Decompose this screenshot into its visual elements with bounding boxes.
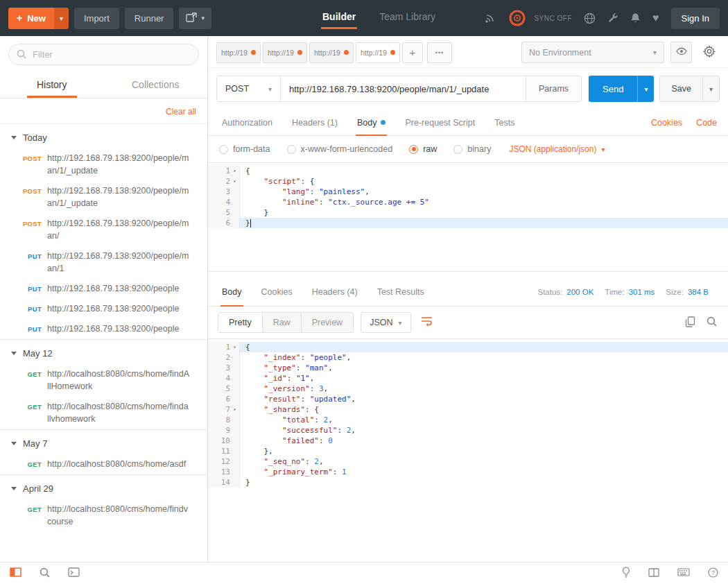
wrap-lines-button[interactable] — [418, 314, 435, 332]
find-button[interactable] — [40, 567, 50, 580]
tab-headers-1[interactable]: Headers (1) — [282, 110, 347, 135]
line-number[interactable]: 2▾ — [208, 176, 240, 187]
code-text[interactable]: } — [240, 477, 728, 488]
wrench-icon[interactable] — [607, 12, 618, 24]
help-button[interactable]: ? — [708, 567, 718, 580]
tab-pre-request-script[interactable]: Pre-request Script — [395, 110, 485, 135]
body-type-raw[interactable]: raw — [409, 144, 437, 154]
import-button[interactable]: Import — [74, 8, 119, 29]
line-number[interactable]: 3 — [208, 187, 240, 197]
send-button[interactable]: Send — [589, 76, 637, 102]
request-body-editor[interactable]: 1▾{2▾ "script": {3 "lang": "painless",4 … — [208, 162, 728, 272]
line-number[interactable]: 13 — [208, 467, 240, 477]
cookies-link[interactable]: Cookies — [651, 118, 682, 128]
method-select[interactable]: POST ▾ — [217, 76, 281, 101]
history-item[interactable]: PUThttp://192.168.79.138:9200/people/man… — [0, 246, 207, 279]
console-button[interactable] — [68, 567, 80, 579]
code-text[interactable]: "inline": "ctx._source.age += 5" — [240, 197, 728, 207]
settings-button[interactable] — [698, 42, 720, 63]
code-text[interactable]: "failed": 0 — [240, 436, 728, 446]
history-item[interactable]: PUThttp://192.168.79.138:9200/people — [0, 279, 207, 299]
sync-satellite-icon[interactable] — [485, 13, 496, 24]
line-number[interactable]: 6 — [208, 394, 240, 404]
line-number[interactable]: 4 — [208, 197, 240, 207]
sign-in-button[interactable]: Sign In — [671, 8, 720, 29]
line-number[interactable]: 10 — [208, 436, 240, 446]
nav-tab-team-library[interactable]: Team Library — [378, 7, 437, 29]
line-number[interactable]: 7▾ — [208, 404, 240, 415]
globe-icon[interactable] — [584, 12, 596, 24]
fold-icon[interactable]: ▾ — [230, 166, 239, 176]
request-tab[interactable]: http://19 — [356, 42, 400, 63]
heart-icon[interactable]: ♥ — [652, 12, 659, 24]
more-tabs-button[interactable]: ••• — [427, 42, 452, 63]
body-type-form-data[interactable]: form-data — [219, 144, 270, 154]
code-text[interactable]: "total": 2, — [240, 415, 728, 425]
body-type-x-www-form-urlencoded[interactable]: x-www-form-urlencoded — [287, 144, 393, 154]
two-pane-view-button[interactable] — [648, 568, 659, 579]
environment-select[interactable]: No Environment ▾ — [521, 42, 664, 63]
code-text[interactable]: "result": "updated", — [240, 394, 728, 404]
line-number[interactable]: 5 — [208, 384, 240, 394]
send-dropdown-button[interactable]: ▾ — [637, 76, 654, 102]
view-raw[interactable]: Raw — [263, 313, 302, 332]
code-text[interactable]: "_shards": { — [240, 404, 728, 415]
line-number[interactable]: 2 — [208, 352, 240, 363]
code-text[interactable]: "_id": "1", — [240, 373, 728, 384]
response-tab-body[interactable]: Body — [212, 277, 252, 306]
line-number[interactable]: 11 — [208, 446, 240, 456]
line-number[interactable]: 5 — [208, 207, 240, 218]
save-dropdown-button[interactable]: ▾ — [702, 76, 719, 101]
history-item[interactable]: POSThttp://192.168.79.138:9200/people/ma… — [0, 181, 207, 214]
history-item[interactable]: PUThttp://192.168.79.138:9200/people — [0, 299, 207, 319]
line-number[interactable]: 1▾ — [208, 166, 240, 176]
shortcuts-button[interactable] — [677, 568, 690, 578]
response-body-viewer[interactable]: 1▾{2 "_index": "people",3 "_type": "man"… — [208, 338, 728, 562]
runner-button[interactable]: Runner — [125, 8, 174, 29]
fold-icon[interactable]: ▾ — [230, 404, 239, 415]
code-text[interactable]: "_index": "people", — [240, 352, 728, 363]
line-number[interactable]: 14 — [208, 477, 240, 488]
environment-preview-button[interactable] — [670, 42, 692, 63]
request-tab[interactable]: http://19: — [263, 42, 307, 63]
history-group-header[interactable]: May 12 — [0, 340, 207, 364]
code-text[interactable]: "_primary_term": 1 — [240, 467, 728, 477]
bell-icon[interactable] — [630, 12, 641, 24]
save-button[interactable]: Save — [660, 76, 702, 101]
request-tab[interactable]: http://19 — [309, 42, 354, 63]
history-item[interactable]: PUThttp://192.168.79.138:9200/people — [0, 319, 207, 339]
line-number[interactable]: 8 — [208, 415, 240, 425]
history-group-header[interactable]: Today — [0, 124, 207, 148]
line-number[interactable]: 1▾ — [208, 342, 240, 352]
history-item[interactable]: GEThttp://localhost:8080/cms/home/findal… — [0, 397, 207, 429]
code-text[interactable]: { — [240, 342, 728, 352]
line-number[interactable]: 9 — [208, 425, 240, 436]
search-response-button[interactable] — [707, 316, 717, 329]
code-text[interactable]: "script": { — [240, 176, 728, 187]
tab-body[interactable]: Body — [347, 110, 396, 135]
line-number[interactable]: 12 — [208, 456, 240, 467]
params-button[interactable]: Params — [526, 76, 581, 101]
copy-response-button[interactable] — [685, 316, 695, 329]
code-text[interactable]: "_seq_no": 2, — [240, 456, 728, 467]
line-number[interactable]: 6 — [208, 218, 240, 228]
new-dropdown-button[interactable]: ▾ — [54, 8, 69, 29]
sidebar-tab-collections[interactable]: Collections — [104, 73, 208, 98]
tab-authorization[interactable]: Authorization — [212, 110, 282, 135]
fold-icon[interactable]: ▾ — [230, 176, 239, 187]
history-group-header[interactable]: April 29 — [0, 475, 207, 499]
history-item[interactable]: POSThttp://192.168.79.138:9200/people/ma… — [0, 214, 207, 246]
tab-tests[interactable]: Tests — [485, 110, 524, 135]
code-text[interactable]: { — [240, 166, 728, 176]
nav-tab-builder[interactable]: Builder — [321, 7, 357, 29]
sidebar-toggle-button[interactable] — [10, 567, 21, 579]
new-window-button[interactable]: ▾ — [179, 8, 211, 29]
interceptor-target-icon[interactable] — [508, 9, 526, 27]
line-number[interactable]: 3 — [208, 363, 240, 373]
code-text[interactable]: "_type": "man", — [240, 363, 728, 373]
response-tab-headers-4[interactable]: Headers (4) — [302, 277, 367, 306]
line-number[interactable]: 4 — [208, 373, 240, 384]
code-text[interactable]: "_version": 3, — [240, 384, 728, 394]
history-group-header[interactable]: May 7 — [0, 430, 207, 454]
history-item[interactable]: POSThttp://192.168.79.138:9200/people/ma… — [0, 148, 207, 181]
